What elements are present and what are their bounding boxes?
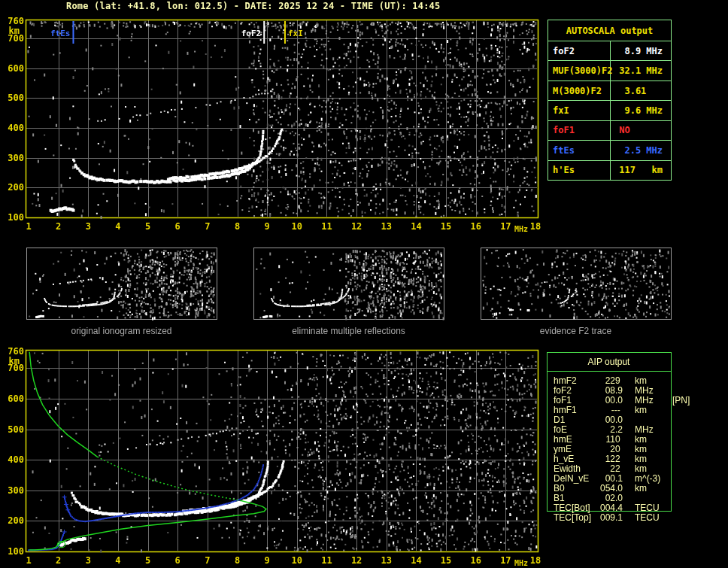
autoscala-row-label: MUF(3000)F2 — [548, 61, 611, 80]
autoscala-row-value: 32.1 MHz — [611, 61, 671, 80]
aip-table-header: AIP output — [547, 352, 671, 372]
thumbnail-caption-original: original ionogram resized — [26, 326, 217, 336]
aip-extra — [666, 445, 672, 454]
aip-unit: km — [623, 405, 666, 415]
aip-extra — [666, 386, 672, 396]
aip-extra — [666, 513, 672, 523]
table-row: foF2 8.9 MHz — [548, 41, 671, 60]
table-row: foF1 NO — [548, 120, 671, 140]
table-row: B0054.0km — [554, 484, 725, 494]
autoscala-row-value: 2.5 MHz — [611, 141, 671, 159]
aip-extra — [666, 376, 672, 386]
table-row: MUF(3000)F2 32.1 MHz — [548, 60, 671, 80]
aip-extra: [PN] — [666, 396, 690, 405]
table-row: hmF1--- km — [554, 405, 725, 415]
aip-extra — [666, 503, 672, 513]
aip-extra — [666, 425, 672, 435]
autoscala-row-label: fxI — [548, 101, 611, 120]
table-row: TEC[Top]009.1TECU — [554, 513, 725, 523]
autoscala-row-value: 3.61 — [611, 81, 671, 100]
aip-extra — [666, 464, 672, 474]
autoscala-row-label: M(3000)F2 — [548, 81, 611, 100]
autoscala-row-value: 8.9 MHz — [611, 41, 671, 60]
aip-table-rows: hmF2229 kmfoF208.9MHzfoF100.0MHz[PN]hmF1… — [554, 376, 725, 523]
table-row: M(3000)F2 3.61 — [548, 80, 671, 100]
aip-extra — [666, 474, 672, 484]
autoscala-row-label: foF1 — [548, 121, 611, 140]
aip-extra — [666, 484, 672, 494]
aip-extra — [666, 454, 672, 464]
aip-unit: TECU — [623, 513, 666, 523]
table-row: h'Es 117 km — [548, 160, 671, 180]
autoscala-row-value: NO — [611, 121, 671, 140]
autoscala-table-rows: foF2 8.9 MHzMUF(3000)F2 32.1 MHzM(3000)F… — [548, 41, 671, 180]
aip-extra — [666, 435, 672, 445]
autoscala-row-label: foF2 — [548, 41, 611, 60]
aip-label: TEC[Top] — [554, 513, 594, 523]
autoscala-row-value: 9.6 MHz — [611, 101, 671, 120]
autoscala-row-label: h'Es — [548, 161, 611, 180]
autoscala-output-table: AUTOSCALA output foF2 8.9 MHzMUF(3000)F2… — [548, 20, 672, 181]
thumbnail-caption-evidence: evidence F2 trace — [481, 326, 671, 336]
page-title: Rome (lat: +41.8, lon: 012.5) - DATE: 20… — [66, 1, 440, 11]
aip-extra — [666, 494, 672, 503]
aip-extra — [666, 415, 672, 425]
autoscala-row-value: 117 km — [611, 161, 671, 180]
aip-extra — [666, 405, 672, 415]
autoscala-screen: Rome (lat: +41.8, lon: 012.5) - DATE: 20… — [0, 0, 728, 568]
autoscala-table-header: AUTOSCALA output — [548, 20, 671, 41]
table-row: ftEs 2.5 MHz — [548, 140, 671, 159]
autoscala-row-label: ftEs — [548, 141, 611, 159]
table-row: fxI 9.6 MHz — [548, 100, 671, 120]
aip-value: 009.1 — [594, 513, 623, 523]
aip-unit: km — [623, 484, 666, 494]
thumbnail-caption-eliminate: eliminate multiple reflections — [253, 326, 444, 336]
